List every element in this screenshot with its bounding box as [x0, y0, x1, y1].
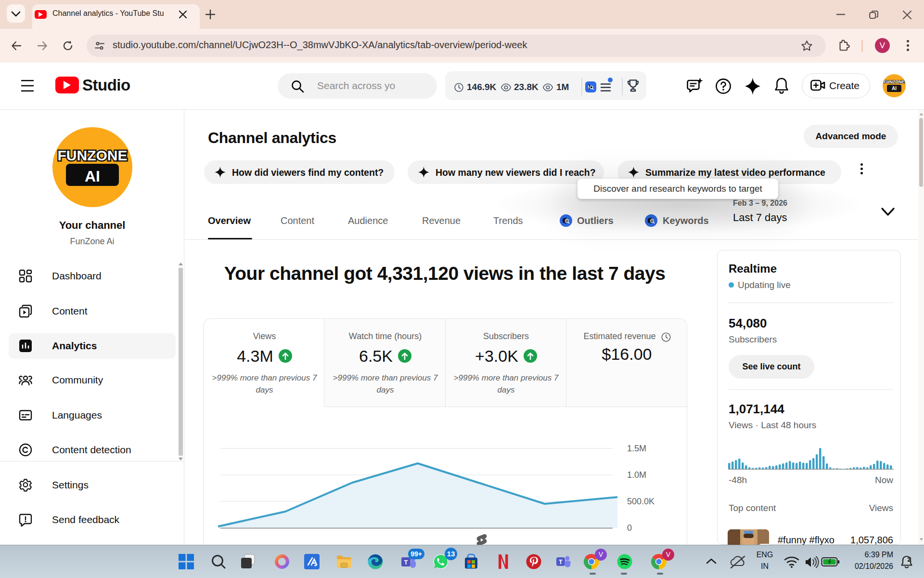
svg-text:T: T [404, 559, 408, 566]
svg-text:T: T [559, 559, 563, 565]
